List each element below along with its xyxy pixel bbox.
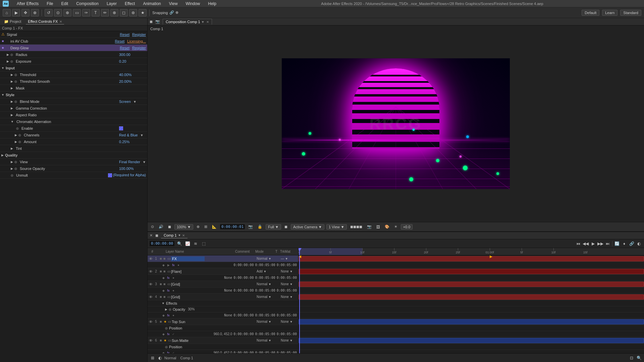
fx-iniav-reset[interactable]: Reset bbox=[115, 39, 125, 43]
layer-1-mode[interactable]: Normal ▼ bbox=[257, 257, 276, 260]
fx-signal-register[interactable]: Register bbox=[132, 33, 146, 37]
comp-tab-close[interactable]: ✕ bbox=[206, 20, 209, 24]
tl-motion-blur-btn[interactable]: ≋ bbox=[193, 241, 199, 247]
anchor-tool[interactable]: ⊕ bbox=[63, 9, 71, 16]
sw-5-3[interactable]: ✓ bbox=[171, 332, 176, 337]
tl-comp-close[interactable]: ✕ bbox=[182, 234, 185, 237]
tl-expand-btn[interactable]: ⊞ bbox=[150, 355, 156, 361]
fx-iniav-licensing[interactable]: Licensing... bbox=[127, 39, 146, 43]
layer-4-opacity-row[interactable]: ▶ ◎ Opacity 30% bbox=[148, 306, 298, 312]
shape-tool-rect[interactable]: ▭ bbox=[73, 9, 81, 16]
comp-toggle-btn[interactable]: ◼ bbox=[167, 224, 172, 229]
sw-1-fx[interactable]: fx bbox=[171, 263, 176, 267]
snapping-toggle[interactable]: Snapping 🔗 ⊕ bbox=[152, 10, 178, 15]
fx-deepglow-reset[interactable]: Reset bbox=[120, 46, 129, 50]
sw-3-3[interactable]: ● bbox=[171, 288, 176, 293]
fx-mask-row[interactable]: ▶ Mask bbox=[0, 85, 147, 92]
layer-5-mode[interactable]: Normal ▼ bbox=[257, 320, 276, 323]
menu-window[interactable]: Window bbox=[184, 1, 202, 7]
fx-amount-row[interactable]: ▶ ◎ Amount 0.25% bbox=[0, 138, 147, 145]
timeline-tracks[interactable] bbox=[299, 255, 644, 353]
layer-1-name-input[interactable] bbox=[171, 256, 205, 261]
text-tool[interactable]: T bbox=[92, 9, 100, 16]
fx-iniav-row[interactable]: ★ ini AV Club Reset Licensing... bbox=[0, 38, 147, 45]
menu-edit[interactable]: Edit bbox=[60, 1, 69, 7]
layer-6-mode[interactable]: Normal ▼ bbox=[257, 339, 276, 342]
sw-3-1[interactable]: ◆ bbox=[161, 288, 166, 293]
comp-reset-btn[interactable]: ⊙ bbox=[150, 224, 155, 229]
menu-layer[interactable]: Layer bbox=[105, 1, 118, 7]
tl-next-kf[interactable]: ▶▶ bbox=[597, 241, 603, 247]
fx-quality-group[interactable]: ▶ Quality bbox=[0, 152, 147, 159]
comp-camera-dropdown[interactable]: Active Camera ▼ bbox=[291, 224, 324, 230]
sw-2-3[interactable]: ● bbox=[171, 276, 176, 280]
tl-prev-kf[interactable]: ◀◀ bbox=[583, 241, 589, 247]
layer-5-trimat[interactable]: None ▼ bbox=[281, 320, 298, 323]
track-6[interactable] bbox=[299, 337, 644, 344]
sw-1-2[interactable]: ▶ bbox=[166, 263, 171, 267]
effect-controls-tab-close[interactable]: ✕ bbox=[59, 20, 62, 23]
sw-4-fx[interactable]: fx bbox=[166, 313, 171, 318]
layer-4-eye[interactable]: 👁 bbox=[148, 295, 153, 299]
comp-tab-comp1[interactable]: Composition Comp 1 ▼ ✕ bbox=[163, 19, 212, 24]
layer-row-4[interactable]: 👁 4 ◼ ◼ ▭ [Grid] bbox=[148, 294, 298, 300]
fx-deepglow-register[interactable]: Register bbox=[132, 46, 146, 50]
fx-blendmode-value[interactable]: Screen ▼ bbox=[119, 100, 146, 104]
menu-composition[interactable]: Composition bbox=[75, 1, 100, 7]
out-marker[interactable] bbox=[490, 255, 492, 258]
fx-tint-row[interactable]: ▶ Tint bbox=[0, 145, 147, 152]
tab-project[interactable]: 📁 Project bbox=[2, 19, 23, 24]
enable-checkbox[interactable]: ✓ bbox=[119, 126, 123, 130]
layer-row-5[interactable]: 👁 5 ◼ ★ ▭ Top Sun bbox=[148, 318, 298, 325]
brush-tool[interactable]: ✏ bbox=[101, 9, 109, 16]
menu-view[interactable]: View bbox=[168, 1, 179, 7]
camera-tool[interactable]: ⊙ bbox=[54, 9, 62, 16]
layer-4-mode[interactable]: Normal ▼ bbox=[257, 295, 276, 299]
layer-4-effects-row[interactable]: ▼ Effects bbox=[148, 300, 298, 306]
fx-enable-value[interactable]: ✓ bbox=[119, 126, 146, 130]
layer-5-position-row[interactable]: ◎ Position bbox=[148, 325, 298, 331]
tl-close-icon[interactable]: ✕ bbox=[150, 233, 153, 238]
select-tool[interactable]: ▶ bbox=[12, 9, 20, 16]
fx-exposure-value[interactable]: 0.20 bbox=[119, 59, 146, 63]
track-4[interactable] bbox=[299, 294, 644, 300]
comp-quality-dropdown[interactable]: Full ▼ bbox=[266, 224, 281, 230]
layer-3-mode[interactable]: Normal ▼ bbox=[257, 282, 276, 286]
pen-tool[interactable]: ✑ bbox=[82, 9, 90, 16]
layer-1-eye[interactable]: 👁 bbox=[148, 256, 153, 261]
comp-show-snapshot-btn[interactable]: 🖼 bbox=[375, 225, 381, 229]
tl-goto-out[interactable]: ⏭ bbox=[605, 241, 611, 247]
tl-ram-preview[interactable]: 🔄 bbox=[614, 241, 620, 247]
fx-style-group[interactable]: ▼ Style bbox=[0, 92, 147, 98]
layer-row-2[interactable]: 👁 2 ◼ ◼ ▭ [Flare] bbox=[148, 268, 298, 275]
tl-search-btn[interactable]: 🔍 bbox=[176, 241, 182, 247]
sw-2-fx[interactable]: fx bbox=[166, 276, 171, 280]
tab-comp1-timeline[interactable]: Comp 1 ▼ ✕ bbox=[161, 233, 187, 238]
fx-channels-value[interactable]: Red & Blue ▼ bbox=[119, 133, 146, 137]
sw-3-fx[interactable]: fx bbox=[166, 288, 171, 293]
fx-unmult-row[interactable]: ◎ Unmult ✓ (Required for Alpha) bbox=[0, 172, 147, 179]
tl-expand-cols[interactable]: ⊡ bbox=[629, 355, 635, 361]
layer-2-eye[interactable]: 👁 bbox=[148, 269, 153, 274]
tl-graph-btn[interactable]: 📈 bbox=[184, 241, 191, 247]
fx-exposure-row[interactable]: ▶ ◎ Exposure 0.20 bbox=[0, 58, 147, 65]
layer-1-name[interactable] bbox=[171, 256, 236, 261]
layer-5-eye[interactable]: 👁 bbox=[148, 319, 153, 324]
sw-4-3[interactable]: ● bbox=[171, 313, 176, 318]
unmult-checkbox[interactable]: ✓ bbox=[108, 173, 112, 177]
layer-6-eye[interactable]: 👁 bbox=[148, 338, 153, 343]
tab-effect-controls[interactable]: Effect Controls FX ✕ bbox=[26, 19, 64, 24]
comp-exposure-btn[interactable]: ☀ bbox=[393, 224, 399, 229]
comp-lock-btn[interactable]: 🔒 bbox=[256, 224, 264, 229]
fx-threshold-value[interactable]: 40.00% bbox=[119, 73, 146, 77]
comp-view-icons[interactable]: ◼◼◼◼ bbox=[349, 224, 364, 229]
track-5[interactable] bbox=[299, 318, 644, 325]
menu-help[interactable]: Help bbox=[207, 1, 218, 7]
fx-blendmode-row[interactable]: ▶ ◎ Blend Mode Screen ▼ bbox=[0, 98, 147, 105]
fx-gamma-row[interactable]: ▶ Gamma Correction bbox=[0, 105, 147, 112]
sw-6-1[interactable]: ◆ bbox=[161, 351, 166, 354]
fx-sourceopacity-row[interactable]: ▶ ◎ Source Opacity 100.00% bbox=[0, 165, 147, 172]
sw-5-fx[interactable]: fx bbox=[166, 332, 171, 337]
sw-5-1[interactable]: ◆ bbox=[161, 332, 166, 337]
track-1[interactable] bbox=[299, 255, 644, 262]
